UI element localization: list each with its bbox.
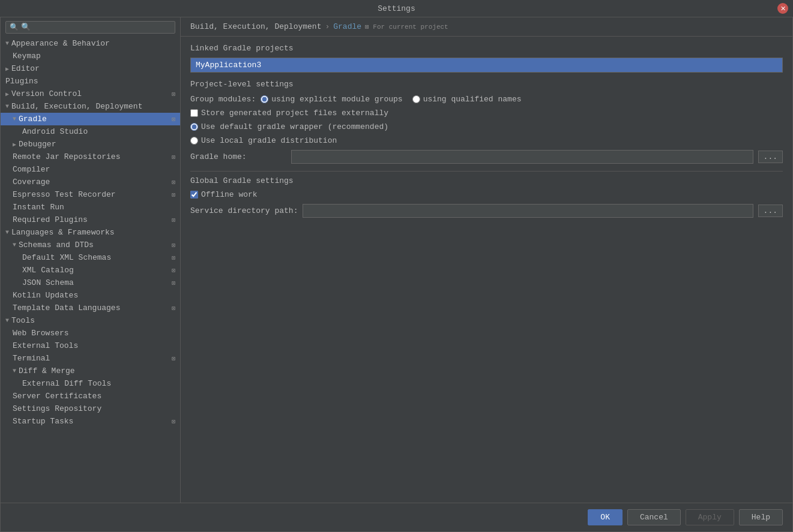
project-list[interactable]: MyApplication3	[190, 58, 783, 73]
sidebar-item-label-server-certs: Server Certificates	[13, 392, 101, 401]
sidebar-item-label-languages: Languages & Frameworks	[11, 228, 115, 237]
sidebar-item-diff-merge[interactable]: ▼Diff & Merge	[1, 365, 180, 377]
project-item[interactable]: MyApplication3	[191, 58, 782, 72]
editor-arrow-icon: ▶	[5, 65, 9, 73]
use-local-dist-row: Use local gradle distribution	[190, 136, 783, 145]
sidebar-item-appearance[interactable]: ▼Appearance & Behavior	[1, 37, 180, 50]
sidebar-item-template-data[interactable]: Template Data Languages⊠	[1, 302, 180, 314]
sidebar-item-terminal[interactable]: Terminal⊠	[1, 352, 180, 365]
sidebar-item-startup-tasks[interactable]: Startup Tasks⊠	[1, 415, 180, 428]
appearance-arrow-icon: ▼	[5, 40, 9, 47]
sidebar-item-required-plugins[interactable]: Required Plugins⊠	[1, 214, 180, 226]
sidebar-item-gradle[interactable]: ▼Gradle⊠	[1, 113, 180, 125]
use-local-dist-option[interactable]: Use local gradle distribution	[190, 136, 337, 145]
sidebar-item-label-default-xml: Default XML Schemas	[22, 253, 111, 262]
use-default-wrapper-option[interactable]: Use default gradle wrapper (recommended)	[190, 122, 388, 131]
template-data-settings-icon: ⊠	[172, 305, 175, 312]
sidebar-item-build-exec-deploy[interactable]: ▼Build, Execution, Deployment	[1, 100, 180, 113]
tools-arrow-icon: ▼	[5, 317, 9, 324]
service-dir-input[interactable]: /home/longlong/.gradle	[303, 204, 753, 218]
espresso-settings-icon: ⊠	[172, 191, 175, 199]
ok-button[interactable]: OK	[588, 509, 623, 525]
sidebar-item-json-schema[interactable]: JSON Schema⊠	[1, 276, 180, 289]
store-files-option[interactable]: Store generated project files externally	[190, 109, 388, 118]
sidebar-item-settings-repo[interactable]: Settings Repository	[1, 402, 180, 415]
sidebar-item-compiler[interactable]: Compiler	[1, 163, 180, 176]
sidebar-item-default-xml[interactable]: Default XML Schemas⊠	[1, 251, 180, 264]
sidebar-item-version-control[interactable]: ▶Version Control⊠	[1, 88, 180, 100]
use-local-dist-radio[interactable]	[190, 137, 198, 145]
offline-work-checkbox[interactable]	[190, 191, 198, 199]
offline-work-row: Offline work	[190, 190, 783, 199]
sidebar-item-label-web-browsers: Web Browsers	[13, 329, 69, 338]
sidebar-item-instant-run[interactable]: Instant Run	[1, 201, 180, 214]
debugger-arrow-icon: ▶	[13, 141, 16, 148]
search-box[interactable]: 🔍	[5, 21, 175, 34]
sidebar-item-external-diff[interactable]: External Diff Tools	[1, 377, 180, 390]
project-level-label: Project-level settings	[190, 80, 783, 89]
service-dir-label: Service directory path:	[190, 206, 298, 215]
linked-projects-label: Linked Gradle projects	[190, 44, 783, 53]
sidebar-item-xml-catalog[interactable]: XML Catalog⊠	[1, 264, 180, 276]
sidebar-item-coverage[interactable]: Coverage⊠	[1, 176, 180, 188]
group-modules-row: Group modules: using explicit module gro…	[190, 95, 783, 104]
use-default-wrapper-radio[interactable]	[190, 123, 198, 131]
sidebar-item-label-kotlin-updates: Kotlin Updates	[13, 291, 78, 300]
gradle-home-browse-btn[interactable]: ...	[758, 151, 783, 163]
service-dir-row: Service directory path: /home/longlong/.…	[190, 204, 783, 218]
sidebar-item-server-certs[interactable]: Server Certificates	[1, 390, 180, 402]
schemas-dtds-settings-icon: ⊠	[172, 242, 175, 249]
sidebar-item-label-build-exec-deploy: Build, Execution, Deployment	[11, 102, 142, 111]
required-plugins-settings-icon: ⊠	[172, 217, 175, 224]
sidebar-item-espresso[interactable]: Espresso Test Recorder⊠	[1, 188, 180, 201]
diff-merge-arrow-icon: ▼	[13, 368, 16, 374]
radio-explicit[interactable]: using explicit module groups	[261, 95, 402, 104]
sidebar-item-external-tools[interactable]: External Tools	[1, 339, 180, 352]
sidebar-item-keymap[interactable]: Keymap	[1, 50, 180, 62]
sidebar-item-kotlin-updates[interactable]: Kotlin Updates	[1, 289, 180, 302]
close-button[interactable]: ✕	[777, 3, 788, 14]
sidebar-item-web-browsers[interactable]: Web Browsers	[1, 327, 180, 339]
breadcrumb-note: ⊠ For current project	[365, 23, 448, 31]
sidebar-item-schemas-dtds[interactable]: ▼Schemas and DTDs⊠	[1, 239, 180, 251]
sidebar-item-android-studio[interactable]: Android Studio	[1, 125, 180, 138]
sidebar-item-label-appearance: Appearance & Behavior	[11, 39, 110, 48]
sidebar-item-label-settings-repo: Settings Repository	[13, 404, 101, 413]
sidebar-item-plugins[interactable]: Plugins	[1, 75, 180, 88]
search-input[interactable]	[21, 23, 171, 32]
cancel-button[interactable]: Cancel	[627, 509, 681, 525]
languages-arrow-icon: ▼	[5, 229, 9, 236]
sidebar-item-label-xml-catalog: XML Catalog	[22, 266, 74, 275]
startup-tasks-settings-icon: ⊠	[172, 418, 175, 425]
global-settings-label: Global Gradle settings	[190, 171, 783, 185]
content-area: Linked Gradle projects MyApplication3 Pr…	[181, 37, 792, 503]
sidebar-item-label-version-control: Version Control	[11, 89, 82, 98]
radio-qualified[interactable]: using qualified names	[412, 95, 522, 104]
settings-dialog: 🔍 ▼Appearance & BehaviorKeymap▶EditorPlu…	[0, 17, 793, 532]
sidebar-item-tools[interactable]: ▼Tools	[1, 314, 180, 327]
sidebar-item-editor[interactable]: ▶Editor	[1, 62, 180, 75]
offline-work-option[interactable]: Offline work	[190, 190, 258, 199]
radio-qualified-label: using qualified names	[423, 95, 522, 104]
breadcrumb: Build, Execution, Deployment › Gradle ⊠ …	[181, 17, 792, 37]
sidebar-item-remote-jar[interactable]: Remote Jar Repositories⊠	[1, 151, 180, 163]
terminal-settings-icon: ⊠	[172, 355, 175, 362]
sidebar-item-label-editor: Editor	[11, 64, 40, 73]
sidebar-item-label-json-schema: JSON Schema	[22, 278, 74, 287]
radio-explicit-input[interactable]	[261, 95, 268, 103]
service-dir-browse-btn[interactable]: ...	[758, 205, 783, 217]
version-control-settings-icon: ⊠	[172, 91, 175, 98]
help-button[interactable]: Help	[739, 509, 783, 525]
schemas-dtds-arrow-icon: ▼	[13, 242, 16, 248]
sidebar-item-debugger[interactable]: ▶Debugger	[1, 138, 180, 151]
store-files-checkbox[interactable]	[190, 109, 198, 117]
radio-qualified-input[interactable]	[412, 95, 420, 103]
remote-jar-settings-icon: ⊠	[172, 154, 175, 161]
apply-button[interactable]: Apply	[686, 509, 734, 525]
main-content: Build, Execution, Deployment › Gradle ⊠ …	[181, 17, 792, 503]
gradle-home-input[interactable]	[291, 150, 753, 164]
sidebar-item-label-template-data: Template Data Languages	[13, 303, 120, 312]
sidebar: 🔍 ▼Appearance & BehaviorKeymap▶EditorPlu…	[1, 17, 181, 503]
build-exec-deploy-arrow-icon: ▼	[5, 103, 9, 110]
sidebar-item-languages[interactable]: ▼Languages & Frameworks	[1, 226, 180, 239]
